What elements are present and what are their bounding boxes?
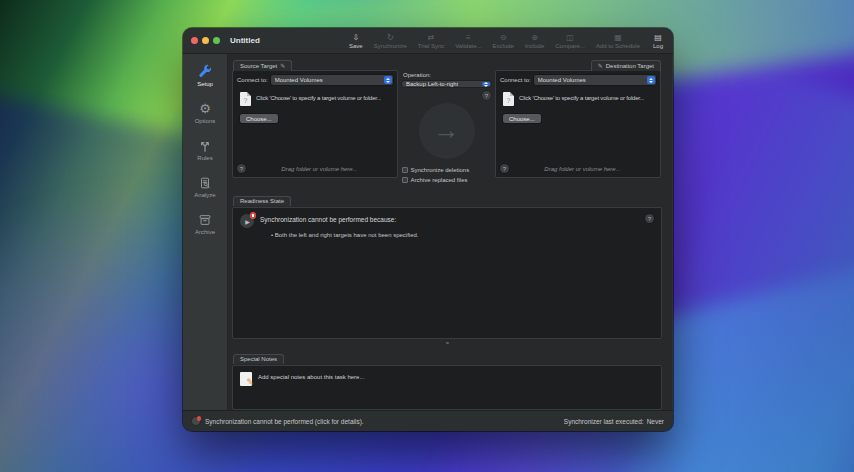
tab-source-target[interactable]: Source Target ✎ xyxy=(233,60,292,71)
edit-pencil-icon: ✎ xyxy=(598,62,603,69)
setup-tabs-row: Source Target ✎ ✎ Destination Target xyxy=(232,60,662,70)
status-error-icon: .sb-status-icon::after{background:#e14a4… xyxy=(192,417,200,425)
unknown-document-icon: ? xyxy=(503,92,514,106)
pencil-icon: ✎ xyxy=(246,377,255,387)
toolbar-button-save[interactable]: ⇩ Save xyxy=(349,34,363,49)
toolbar-button-exclude: ⊖ Exclude xyxy=(493,34,514,49)
minimize-button[interactable] xyxy=(202,37,209,44)
log-icon: ▤ xyxy=(654,34,662,42)
error-badge-icon xyxy=(250,212,257,219)
tab-special-notes[interactable]: Special Notes xyxy=(233,354,284,364)
include-icon: ⊕ xyxy=(531,34,538,42)
wrench-icon xyxy=(197,63,213,80)
content-area: Source Target ✎ ✎ Destination Target Con… xyxy=(228,54,673,410)
readiness-reason: • Both the left and right targets have n… xyxy=(260,232,419,238)
exclude-icon: ⊖ xyxy=(500,34,507,42)
readiness-help-button[interactable]: ? xyxy=(645,214,654,223)
toolbar-button-log[interactable]: ▤ Log xyxy=(651,34,665,49)
synchronize-deletions-option[interactable]: Synchronize deletions xyxy=(402,167,491,173)
status-bar: .sb-status-icon::after{background:#e14a4… xyxy=(183,410,673,431)
titlebar: Untitled ⇩ Save ↻ Synchronize ⇄ Trial Sy… xyxy=(183,28,673,54)
source-connect-label: Connect to: xyxy=(237,77,268,83)
compare-icon: ◫ xyxy=(566,34,574,42)
operation-panel: Operation: Backup Left-to-right ? → xyxy=(398,70,495,183)
validate-icon: ≡ xyxy=(466,34,471,42)
source-connect-dropdown[interactable]: Mounted Volumes xyxy=(271,75,393,85)
sidebar-item-analyze[interactable]: Analyze xyxy=(183,174,227,198)
destination-connect-dropdown[interactable]: Mounted Volumes xyxy=(534,75,656,85)
close-button[interactable] xyxy=(191,37,198,44)
toolbar-button-include: ⊕ Include xyxy=(525,34,544,49)
source-hint-text: Click 'Choose' to specify a target volum… xyxy=(256,92,381,106)
readiness-state-panel: ▶ Synchronization cannot be performed be… xyxy=(232,207,662,339)
main-area: Setup ⚙ Options Rules Analyze xyxy=(183,54,673,410)
gear-icon: ⚙ xyxy=(199,100,211,117)
notes-placeholder: Add special notes about this task here..… xyxy=(258,372,364,403)
destination-connect-label: Connect to: xyxy=(500,77,531,83)
archive-replaced-files-option[interactable]: Archive replaced files xyxy=(402,177,491,183)
desktop-background: Untitled ⇩ Save ↻ Synchronize ⇄ Trial Sy… xyxy=(0,0,854,472)
toolbar-button-synchronize: ↻ Synchronize xyxy=(374,34,407,49)
operation-help-button[interactable]: ? xyxy=(482,91,491,100)
toolbar-button-compare: ◫ Compare... xyxy=(555,34,585,49)
destination-hint-text: Click 'Choose' to specify a target volum… xyxy=(519,92,644,106)
sidebar-item-archive[interactable]: Archive xyxy=(183,211,227,235)
app-window: Untitled ⇩ Save ↻ Synchronize ⇄ Trial Sy… xyxy=(183,28,673,431)
save-icon: ⇩ xyxy=(352,34,359,42)
readiness-message: Synchronization cannot be performed beca… xyxy=(260,216,419,223)
branch-icon xyxy=(198,137,212,154)
synchronize-deletions-checkbox[interactable] xyxy=(402,167,408,173)
sync-direction-indicator: → xyxy=(419,103,475,159)
traffic-lights xyxy=(191,37,220,44)
sidebar: Setup ⚙ Options Rules Analyze xyxy=(183,54,228,410)
destination-drag-hint: Drag folder or volume here... xyxy=(509,166,656,172)
tab-destination-target[interactable]: ✎ Destination Target xyxy=(591,60,661,71)
destination-choose-button[interactable]: Choose... xyxy=(503,114,541,123)
source-choose-button[interactable]: Choose... xyxy=(240,114,278,123)
dropdown-stepper-icon xyxy=(647,76,655,84)
sidebar-item-options[interactable]: ⚙ Options xyxy=(183,100,227,124)
operation-dropdown[interactable]: Backup Left-to-right xyxy=(402,81,491,87)
archive-replaced-files-checkbox[interactable] xyxy=(402,177,408,183)
operation-label: Operation: xyxy=(403,72,491,78)
zoom-button[interactable] xyxy=(213,37,220,44)
archive-box-icon xyxy=(198,211,212,228)
splitter-handle-icon xyxy=(446,342,449,344)
source-help-button[interactable]: ? xyxy=(237,164,246,173)
panel-splitter[interactable] xyxy=(232,339,662,346)
window-title: Untitled xyxy=(230,36,260,45)
dropdown-stepper-icon xyxy=(384,76,392,84)
status-message[interactable]: Synchronization cannot be performed (cli… xyxy=(205,418,364,425)
unknown-document-icon: ? xyxy=(240,92,251,106)
source-target-panel: Connect to: Mounted Volumes ? Click 'Cho… xyxy=(232,70,398,178)
destination-help-button[interactable]: ? xyxy=(500,164,509,173)
tab-readiness-state[interactable]: Readiness State xyxy=(233,196,291,206)
destination-target-panel: Connect to: Mounted Volumes ? Click 'Cho… xyxy=(495,70,661,178)
toolbar-button-add-to-schedule: ▦ Add to Schedule xyxy=(596,34,640,49)
sidebar-item-setup[interactable]: Setup xyxy=(183,63,227,87)
special-notes-panel[interactable]: ✎ Add special notes about this task here… xyxy=(232,365,662,410)
toolbar-button-validate: ≡ Validate... xyxy=(455,34,481,49)
sync-blocked-icon: ▶ xyxy=(240,214,254,228)
last-executed: Synchronizer last executed: Never xyxy=(564,418,664,425)
trial-sync-icon: ⇄ xyxy=(428,34,435,42)
setup-panels: Connect to: Mounted Volumes ? Click 'Cho… xyxy=(232,70,662,183)
edit-pencil-icon: ✎ xyxy=(280,62,285,69)
source-drag-hint: Drag folder or volume here... xyxy=(246,166,393,172)
toolbar: ⇩ Save ↻ Synchronize ⇄ Trial Sync ≡ Vali… xyxy=(349,32,665,49)
sidebar-item-rules[interactable]: Rules xyxy=(183,137,227,161)
notes-icon: ✎ xyxy=(240,372,252,386)
analyze-icon xyxy=(198,174,212,191)
synchronize-icon: ↻ xyxy=(387,34,394,42)
add-to-schedule-icon: ▦ xyxy=(614,34,622,42)
toolbar-button-trial-sync: ⇄ Trial Sync xyxy=(418,34,444,49)
right-arrow-icon: → xyxy=(434,117,460,143)
dropdown-stepper-icon xyxy=(482,82,490,86)
